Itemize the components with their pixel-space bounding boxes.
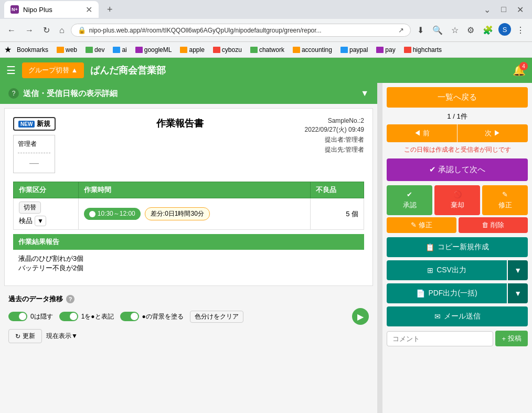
profile-avatar[interactable]: S	[498, 23, 511, 36]
color-clear-button[interactable]: 色分けをクリア	[190, 311, 243, 323]
maximize-button[interactable]: □	[497, 4, 510, 16]
notification-badge: 4	[519, 62, 528, 70]
address-bar[interactable]: 🔒 nipo-plus.web.app/#/room/tIKQQOll6wp6A…	[71, 24, 411, 37]
report-title: 作業報告書	[56, 117, 304, 130]
bookmark-paypal[interactable]: paypal	[337, 45, 371, 55]
csv-dropdown-button[interactable]: ▼	[508, 260, 528, 280]
browser-tab[interactable]: N+ Nipo Plus ✕	[4, 1, 99, 18]
bookmark-cybozu[interactable]: cybozu	[210, 45, 245, 55]
bookmark-chatwork[interactable]: chatwork	[247, 45, 288, 55]
csv-button[interactable]: ⊞ CSV出力	[387, 260, 507, 280]
bookmark-highcharts[interactable]: highcharts	[401, 45, 445, 55]
toggle-fill-label: ●の背景を塗る	[142, 312, 184, 321]
extensions-icon[interactable]: 🧩	[480, 23, 496, 37]
result-section-label: 作業結果報告	[13, 234, 364, 250]
sample-no: SampleNo.:2	[305, 117, 364, 124]
bookmark-googleml[interactable]: googleML	[132, 45, 175, 55]
csv-label: CSV出力	[437, 266, 466, 275]
chevron-down-icon[interactable]: ▼	[360, 89, 369, 98]
reload-button[interactable]: ↻	[40, 23, 53, 37]
home-button[interactable]: ⌂	[56, 24, 68, 37]
bookmark-apple[interactable]: apple	[177, 45, 207, 55]
mail-icon: ✉	[434, 312, 441, 321]
reject-button[interactable]: 🚫 棄却	[434, 185, 480, 215]
pdf-dropdown-button[interactable]: ▼	[508, 283, 528, 303]
back-to-list-button[interactable]: 一覧へ戻る	[387, 87, 528, 108]
mail-button[interactable]: ✉ メール送信	[387, 306, 528, 326]
toggle-fill-thumb	[131, 313, 138, 320]
back-browser-button[interactable]: ←	[4, 24, 19, 37]
app-header: ☰ グループ切替 ▲ ぱんだ商会営業部 🔔 4	[0, 58, 532, 83]
report-table: 作業区分 作業時間 不良品 切替 検品 ▼	[13, 182, 364, 230]
notification-area: 🔔 4	[513, 64, 526, 77]
minimize-button[interactable]: ⌄	[480, 4, 495, 16]
bookmark-accounting[interactable]: accounting	[290, 45, 335, 55]
new-badge: NEW	[18, 121, 35, 128]
next-button[interactable]: 次 ▶	[457, 124, 528, 142]
bookmark-web[interactable]: web	[54, 45, 80, 55]
action-row: ✔ 承認 🚫 棄却 ✎ 修正	[387, 185, 528, 215]
badge-label: 新規	[37, 119, 50, 129]
hamburger-menu-icon[interactable]: ☰	[6, 64, 16, 77]
tab-close-icon[interactable]: ✕	[86, 5, 92, 15]
toggle-fill-track[interactable]	[120, 312, 139, 321]
data-trend-title: 過去のデータ推移 ?	[8, 294, 369, 304]
bookmark-ai[interactable]: ai	[110, 45, 130, 55]
pdf-icon: 📄	[416, 289, 425, 298]
time-chip: 10:30～12:00	[84, 208, 141, 220]
time-range: 10:30～12:00	[98, 209, 135, 218]
time-cell: 10:30～12:00 差分:0日1時間30分	[78, 198, 311, 230]
forward-browser-button[interactable]: →	[22, 24, 37, 37]
section-title: 送信・受信日報の表示詳細	[23, 89, 356, 99]
edit-label: 修正	[498, 200, 512, 210]
current-display[interactable]: 現在表示▼	[46, 332, 78, 341]
pdf-button[interactable]: 📄 PDF出力(一括)	[387, 283, 507, 303]
bookmarks-label[interactable]: Bookmarks	[14, 45, 51, 55]
bookmark-dev[interactable]: dev	[82, 45, 108, 55]
refresh-icon: ↻	[15, 333, 20, 340]
submitter-box: 管理者 —	[13, 135, 55, 173]
post-label: 投稿	[508, 334, 522, 343]
approve-button[interactable]: ✔ 承認	[387, 185, 432, 215]
settings-icon[interactable]: ⚙	[464, 23, 477, 37]
new-tab-button[interactable]: +	[103, 2, 117, 17]
toggle-dot-track[interactable]	[59, 312, 78, 321]
bookmark-pay[interactable]: pay	[373, 45, 398, 55]
app-title: ぱんだ商会営業部	[90, 64, 506, 77]
group-switch-button[interactable]: グループ切替 ▲	[22, 62, 84, 78]
close-button[interactable]: ✕	[513, 4, 528, 16]
menu-icon[interactable]: ⋮	[513, 23, 528, 37]
report-badge: NEW 新規	[13, 117, 56, 131]
post-button[interactable]: + 投稿	[495, 331, 528, 346]
bookmark-star-icon[interactable]: ☆	[448, 23, 462, 37]
select-row: 検品 ▼	[19, 216, 73, 226]
csv-icon: ⊞	[427, 266, 433, 274]
time-start-icon	[89, 211, 95, 217]
delete-sm-button[interactable]: 🗑 削除	[459, 217, 528, 233]
bookmarks-bar: ★ Bookmarks web dev ai googleML apple cy…	[0, 42, 532, 58]
tag-button[interactable]: 切替	[19, 202, 41, 214]
table-header-time: 作業時間	[78, 182, 311, 198]
edit-sm-button[interactable]: ✎ 修正	[387, 217, 456, 233]
edit-delete-row: ✎ 修正 🗑 削除	[387, 217, 528, 233]
select-chevron[interactable]: ▼	[35, 216, 46, 226]
arrow-right-button[interactable]: ▶	[352, 308, 369, 325]
section-header[interactable]: ? 送信・受信日報の表示詳細 ▼	[0, 83, 377, 104]
refresh-button[interactable]: ↻ 更新	[8, 329, 42, 343]
zoom-icon[interactable]: 🔍	[429, 23, 446, 37]
copy-new-button[interactable]: 📋 コピー新規作成	[387, 237, 528, 257]
scrollbar[interactable]	[377, 83, 382, 413]
toggle-hide-zero-track[interactable]	[8, 312, 27, 321]
download-icon[interactable]: ⬇	[414, 23, 427, 37]
approve-next-button[interactable]: ✔ 承認して次へ	[387, 158, 528, 181]
help-icon: ?	[8, 88, 19, 99]
copy-icon: 📋	[425, 243, 434, 251]
edit-button[interactable]: ✎ 修正	[482, 185, 528, 215]
submitter-name: 管理者	[18, 140, 50, 149]
copy-label: コピー新規作成	[438, 242, 489, 252]
pencil-icon: ✎	[502, 190, 508, 198]
url-text: nipo-plus.web.app/#/room/tIKQQOll6wp6AGy…	[89, 27, 395, 34]
comment-input[interactable]	[387, 331, 493, 346]
prev-button[interactable]: ◀ 前	[387, 124, 457, 142]
table-header-category: 作業区分	[14, 182, 79, 198]
